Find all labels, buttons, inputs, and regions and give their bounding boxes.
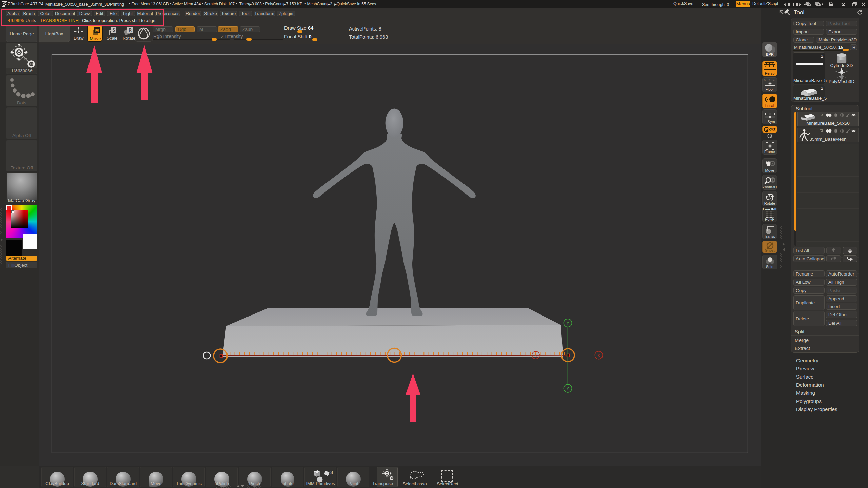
svg-text:3: 3 <box>330 470 333 475</box>
svg-text:M: M <box>95 28 99 33</box>
svg-text:X: X <box>597 353 600 358</box>
svg-text:Y: Y <box>566 386 569 391</box>
svg-text:Y: Y <box>566 321 569 326</box>
svg-text:S: S <box>112 28 115 33</box>
svg-text:XYZ: XYZ <box>768 128 776 132</box>
svg-text:R: R <box>129 28 132 33</box>
svg-text:X: X <box>534 353 537 358</box>
